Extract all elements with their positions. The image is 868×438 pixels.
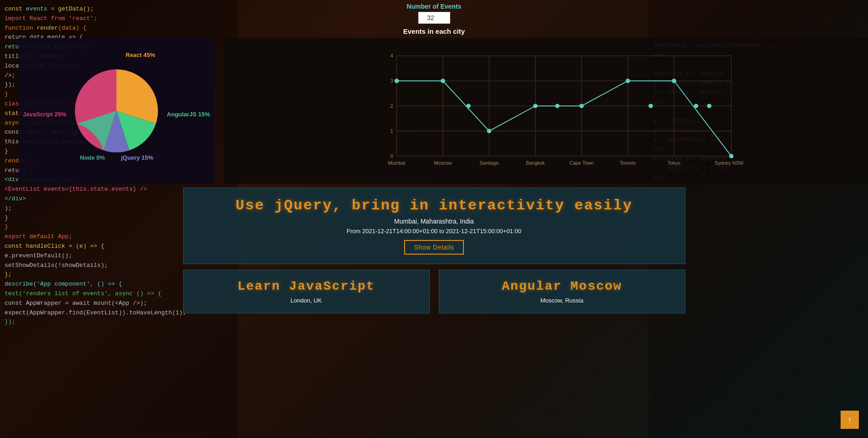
dot-extra3 [648,104,653,108]
main-event-time: From 2021-12-21T14:00:00+01:00 to 2021-1… [347,228,521,235]
event-card-2-title: Learn JavaScript [237,279,375,293]
dot-santiago [487,129,491,133]
main-content: Number of Events Events in each city [0,0,868,438]
top-section: Number of Events Events in each city [0,0,868,38]
y-label-0: 0 [390,153,393,159]
main-event-title: Use jQuery, bring in interactivity easil… [236,197,632,214]
show-details-button[interactable]: Show Details [404,240,464,255]
x-label-mumbai: Mumbai [388,160,405,166]
dot-mumbai [395,78,399,83]
pie-label-node: Node 0% [80,154,105,161]
dot-extra1 [466,104,471,108]
pie-chart [71,65,162,156]
y-label-1: 1 [390,128,393,134]
dot-sydney [729,154,734,158]
event-card-3: Angular Moscow Moscow, Russia [439,270,685,313]
y-label-4: 4 [390,53,393,58]
x-label-tokyo: Tokyo [668,160,680,166]
number-of-events-input[interactable] [418,12,450,24]
event-card-2: Learn JavaScript London, UK [183,270,430,313]
event-cards-bottom: Learn JavaScript London, UK Angular Mosc… [183,270,685,313]
dot-extra2 [555,104,560,108]
pie-label-react: React 45% [126,52,155,58]
line-chart-svg: 4 3 2 1 0 Mumbai Moscow Santiago Bangkok… [242,47,868,170]
x-label-bangkok: Bangkok [526,160,545,166]
dot-bangkok [533,104,538,108]
charts-row: React 45% JavaScript 25% Node 0% jQuery … [18,38,868,184]
dot-tokyo [672,78,676,83]
events-each-city-label: Events in each city [403,27,465,35]
event-card-3-title: Angular Moscow [502,279,622,293]
main-event-location: Mumbai, Maharashtra, India [394,218,473,225]
pie-label-javascript: JavaScript 25% [23,111,66,118]
x-label-toronto: Toronto [620,160,636,166]
event-cards-section: Use jQuery, bring in interactivity easil… [0,184,868,317]
dot-capetown [579,104,584,108]
number-of-events-label: Number of Events [407,3,462,10]
x-label-moscow: Moscow [434,160,452,166]
main-event-card: Use jQuery, bring in interactivity easil… [183,188,685,264]
x-label-sydney: Sydney NSW [715,160,743,166]
pie-chart-container: React 45% JavaScript 25% Node 0% jQuery … [18,38,215,184]
x-label-santiago: Santiago [479,160,499,166]
line-chart-path [397,81,731,156]
pie-label-jquery: jQuery 15% [121,154,153,161]
y-label-3: 3 [390,78,393,83]
scroll-up-button[interactable]: ↑ [841,411,859,429]
dot-extra4 [694,104,699,108]
dot-toronto [626,78,630,83]
event-card-3-location: Moscow, Russia [541,297,584,304]
dot-extra5 [707,104,712,108]
x-label-capetown: Cape Town [569,160,594,166]
y-label-2: 2 [390,103,393,109]
dot-moscow [441,78,445,83]
number-input-wrapper [418,12,450,24]
pie-label-angularjs: AngularJS 15% [167,111,210,118]
line-chart-container: 4 3 2 1 0 Mumbai Moscow Santiago Bangkok… [224,38,868,184]
event-card-2-location: London, UK [290,297,322,304]
